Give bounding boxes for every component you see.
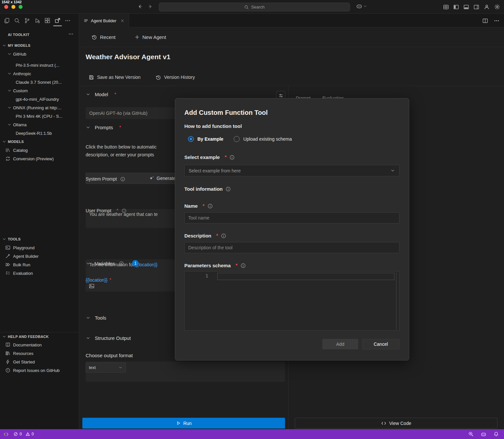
group-label: Anthropic	[13, 71, 31, 76]
extensions-icon[interactable]	[43, 15, 52, 26]
tool-description-input[interactable]	[184, 242, 399, 253]
info-icon[interactable]	[122, 208, 126, 213]
example-select[interactable]: Select example from here	[184, 165, 399, 176]
required-marker: *	[109, 277, 111, 282]
variables-count-badge: 1	[132, 260, 139, 267]
problems-status[interactable]: 0 0	[13, 432, 34, 436]
minimize-window-button[interactable]	[11, 5, 15, 9]
group-ollama[interactable]: Ollama	[0, 120, 79, 129]
sidebar-item-playground[interactable]: Playground	[0, 243, 79, 252]
parameters-schema-editor[interactable]: 1	[184, 271, 399, 331]
model-item[interactable]: Phi 3 Mini 4K (CPU - S...	[0, 112, 79, 120]
sidebar-item-evaluation[interactable]: Evaluation	[0, 269, 79, 277]
command-center-search[interactable]: Search	[159, 3, 350, 11]
item-label: Catalog	[13, 148, 28, 153]
new-agent-button[interactable]: New Agent	[135, 34, 166, 40]
sidebar-item-resources[interactable]: Resources	[0, 349, 79, 358]
sidebar-item-documentation[interactable]: Documentation	[0, 341, 79, 349]
cancel-button[interactable]: Cancel	[362, 339, 399, 349]
group-custom[interactable]: Custom	[0, 86, 79, 95]
account-icon[interactable]	[484, 4, 490, 10]
model-item[interactable]: Phi-3.5-mini instruct (...	[0, 61, 79, 69]
section-tools[interactable]: TOOLS	[0, 235, 79, 243]
recent-button[interactable]: Recent	[92, 34, 116, 40]
section-my-models[interactable]: MY MODELS	[0, 41, 79, 50]
toggle-secondary-sidebar-icon[interactable]	[474, 4, 479, 10]
save-as-new-version-button[interactable]: Save as New Version	[89, 75, 141, 80]
tab-actions	[482, 14, 499, 27]
source-control-icon[interactable]	[23, 15, 31, 26]
radio-by-example[interactable]: By Example	[188, 136, 223, 142]
radio-upload-schema[interactable]: Upload existing schema	[234, 136, 292, 142]
chevron-down-icon	[2, 139, 7, 144]
code-icon	[381, 421, 386, 426]
forward-button[interactable]	[148, 4, 153, 9]
sidebar-item-catalog[interactable]: Catalog	[0, 146, 79, 154]
model-item[interactable]: DeepSeek-R1:1.5b	[0, 129, 79, 137]
section-models[interactable]: MODELS	[0, 137, 79, 146]
sidebar-title: AI TOOLKIT	[0, 33, 29, 37]
info-icon[interactable]	[120, 177, 125, 182]
sidebar-item-report-issues[interactable]: Report Issues on GitHub	[0, 366, 79, 375]
customize-layout-icon[interactable]	[443, 4, 449, 10]
editor-scrollbar[interactable]	[396, 272, 396, 330]
model-section-label: Model	[95, 92, 108, 97]
copilot-status-icon[interactable]	[481, 431, 486, 437]
sidebar-item-get-started[interactable]: Get Started	[0, 358, 79, 366]
info-icon[interactable]	[226, 186, 231, 192]
attach-image-icon[interactable]	[89, 283, 94, 289]
search-view-icon[interactable]	[13, 15, 21, 26]
screenshot-size-label: 504 x 439	[2, 0, 22, 4]
remote-indicator-icon[interactable]	[3, 431, 9, 437]
group-onnx[interactable]: ONNX (Running at http:...	[0, 103, 79, 112]
model-item-label: DeepSeek-R1:1.5b	[16, 131, 52, 136]
close-tab-icon[interactable]	[120, 19, 125, 23]
add-button[interactable]: Add	[322, 339, 358, 349]
notifications-bell-icon[interactable]	[494, 431, 499, 437]
output-format-select[interactable]: text	[86, 362, 126, 373]
version-history-button[interactable]: Version History	[156, 75, 195, 80]
required-marker: *	[236, 262, 238, 268]
info-icon[interactable]	[229, 155, 235, 160]
copilot-menu[interactable]	[356, 3, 367, 9]
more-actions-icon[interactable]	[494, 18, 499, 24]
model-item[interactable]: Claude 3.7 Sonnet (20...	[0, 78, 79, 86]
info-icon[interactable]	[241, 263, 246, 268]
zoom-window-button[interactable]	[19, 5, 23, 9]
name-label-row: Name*	[184, 203, 213, 209]
info-icon[interactable]	[208, 203, 213, 209]
sidebar-item-agent-builder[interactable]: Agent Builder	[0, 252, 79, 260]
info-icon[interactable]	[119, 261, 124, 266]
tab-agent-builder[interactable]: Agent Builder	[79, 14, 129, 27]
tool-name-input[interactable]	[184, 212, 399, 223]
item-label: Agent Builder	[13, 254, 39, 259]
split-editor-icon[interactable]	[482, 18, 488, 24]
model-item[interactable]: gpt-4o-mini_AIFoundry	[0, 95, 79, 103]
sidebar-more-actions-icon[interactable]	[68, 31, 74, 38]
ai-toolkit-icon[interactable]	[53, 15, 62, 26]
chevron-down-icon	[7, 105, 12, 110]
group-anthropic[interactable]: Anthropic	[0, 69, 79, 78]
info-icon[interactable]	[221, 233, 226, 238]
close-window-button[interactable]	[4, 5, 8, 9]
group-github[interactable]: GitHub	[0, 50, 79, 58]
sidebar-item-conversion[interactable]: Conversion (Preview)	[0, 154, 79, 163]
run-debug-icon[interactable]	[33, 15, 42, 26]
run-button[interactable]: Run	[82, 418, 285, 429]
more-views-icon[interactable]	[63, 15, 72, 26]
parameters-schema-label-row: Parameters schema*	[184, 263, 246, 268]
toggle-sidebar-icon[interactable]	[453, 4, 459, 10]
error-count: 0	[20, 432, 22, 436]
tab-label: Agent Builder	[91, 18, 116, 23]
back-button[interactable]	[137, 4, 143, 9]
section-help-feedback[interactable]: HELP AND FEEDBACK	[0, 332, 79, 341]
view-code-button[interactable]: View Code	[295, 418, 497, 429]
sidebar-item-bulk-run[interactable]: Bulk Run	[0, 260, 79, 269]
toggle-panel-icon[interactable]	[463, 4, 469, 10]
model-item-label: Phi 3 Mini 4K (CPU - S...	[16, 114, 62, 119]
zoom-icon[interactable]	[468, 431, 474, 437]
explorer-icon[interactable]	[3, 15, 11, 26]
model-section-header[interactable]: Model*	[86, 92, 285, 97]
settings-gear-icon[interactable]	[494, 4, 500, 10]
variables-section-label: Variables	[95, 261, 115, 266]
